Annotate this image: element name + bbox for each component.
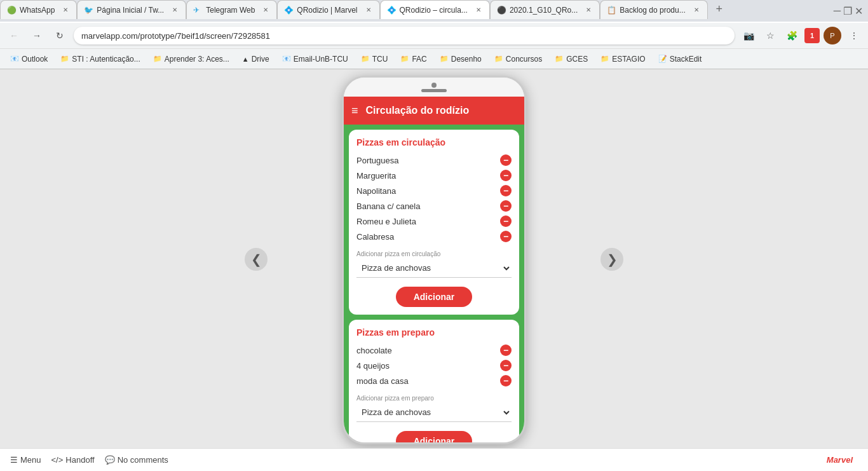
bookmark-star-icon[interactable]: ☆ <box>761 27 779 44</box>
menu-icon: ☰ <box>10 455 18 465</box>
tab-close-btn[interactable]: ✕ <box>584 6 593 15</box>
profile-avatar[interactable]: P <box>824 27 841 44</box>
list-item: Napolitana <box>356 183 512 198</box>
bookmark-label: Email-UnB-TCU <box>294 55 348 64</box>
remove-romeu-button[interactable] <box>500 215 512 227</box>
tab-close-btn[interactable]: ✕ <box>61 6 70 15</box>
stackedit-icon: 📝 <box>658 55 667 63</box>
list-item: Banana c/ canela <box>356 198 512 214</box>
new-tab-button[interactable]: + <box>710 0 728 18</box>
remove-banana-button[interactable] <box>500 200 512 212</box>
bookmark-label: Drive <box>252 55 269 64</box>
puzzle-icon[interactable]: 🧩 <box>783 27 801 44</box>
phone-camera <box>431 83 437 88</box>
circulation-card-title: Pizzas em circulação <box>356 137 512 147</box>
add-preparation-button[interactable]: Adicionar <box>396 431 473 442</box>
list-item: Romeu e Julieta <box>356 214 512 229</box>
bookmark-label: StackEdit <box>670 55 702 64</box>
bookmark-drive[interactable]: ▲ Drive <box>237 53 275 65</box>
tab-label: QRodizio – circula... <box>400 6 468 15</box>
tab-telegram[interactable]: ✈ Telegram Web ✕ <box>186 0 277 19</box>
add-preparation-btn-container: Adicionar <box>356 431 512 442</box>
circulation-dropdown-select[interactable]: Pizza de anchovas Pizza de frango Pizza … <box>356 259 512 278</box>
more-options-icon[interactable]: ⋮ <box>845 27 863 44</box>
tab-marvel1[interactable]: 💠 QRodizio | Marvel ✕ <box>277 0 379 19</box>
menu-button[interactable]: ☰ Menu <box>10 455 41 465</box>
list-item: Portuguesa <box>356 153 512 168</box>
app-body: Pizzas em circulação Portuguesa Margueri… <box>344 125 524 442</box>
outlook-icon: 📧 <box>10 55 19 63</box>
browser-chrome: 🟢 WhatsApp ✕ 🐦 Página Inicial / Tw... ✕ … <box>0 0 868 69</box>
handoff-button[interactable]: </> Handoff <box>51 455 95 465</box>
right-arrow-button[interactable]: ❯ <box>600 248 623 271</box>
restore-button[interactable]: ❐ <box>843 5 852 17</box>
bookmark-desenho[interactable]: 📁 Desenho <box>435 53 487 65</box>
email-icon: 📧 <box>282 55 291 63</box>
bookmark-aprender[interactable]: 📁 Aprender 3: Aces... <box>148 53 234 65</box>
bookmark-label: GCES <box>566 55 588 64</box>
back-button[interactable]: ← <box>5 27 23 44</box>
marvel-active-favicon-icon: 💠 <box>387 6 396 15</box>
tab-twitter[interactable]: 🐦 Página Inicial / Tw... ✕ <box>77 0 186 19</box>
circulation-card: Pizzas em circulação Portuguesa Margueri… <box>349 130 519 315</box>
bookmark-concursos[interactable]: 📁 Concursos <box>489 53 547 65</box>
list-item: moda da casa <box>356 373 512 388</box>
forward-button[interactable]: → <box>28 27 46 44</box>
add-circulation-dropdown-container: Adicionar pizza em circulação Pizza de a… <box>356 250 512 278</box>
preparation-card: Pizzas em preparo chocolate 4 queijos mo… <box>349 320 519 442</box>
tab-label: Telegram Web <box>206 6 255 15</box>
bookmark-label: STI : Autenticação... <box>72 55 140 64</box>
remove-modacasa-button[interactable] <box>500 375 512 386</box>
remove-napolitana-button[interactable] <box>500 185 512 196</box>
remove-marguerita-button[interactable] <box>500 170 512 181</box>
close-button[interactable]: ✕ <box>855 5 863 17</box>
remove-portuguesa-button[interactable] <box>500 154 512 166</box>
comments-button[interactable]: 💬 No comments <box>105 455 168 465</box>
bookmark-estagio[interactable]: 📁 ESTAGIO <box>595 53 650 65</box>
tab-close-btn[interactable]: ✕ <box>364 6 373 15</box>
tab-close-btn[interactable]: ✕ <box>261 6 270 15</box>
whatsapp-favicon-icon: 🟢 <box>7 6 16 15</box>
marvel-logo: Marvel <box>827 455 858 465</box>
twitter-favicon-icon: 🐦 <box>84 6 93 15</box>
bookmark-label: Concursos <box>506 55 542 64</box>
preparation-dropdown-select[interactable]: Pizza de anchovas Pizza de frango Pizza … <box>356 403 512 422</box>
list-item: Marguerita <box>356 168 512 183</box>
folder-icon: 📁 <box>600 55 609 63</box>
remove-chocolate-button[interactable] <box>500 345 512 356</box>
bookmark-outlook[interactable]: 📧 Outlook <box>5 53 53 65</box>
bookmark-fac[interactable]: 📁 FAC <box>395 53 431 65</box>
preparation-dropdown-label: Adicionar pizza em preparo <box>356 395 512 402</box>
screenshot-icon[interactable]: 📷 <box>740 27 757 44</box>
bookmark-stackedit[interactable]: 📝 StackEdit <box>653 53 707 65</box>
tab-whatsapp[interactable]: 🟢 WhatsApp ✕ <box>0 0 77 19</box>
page-content: ❮ ❯ ≡ Circulação do rodízio Pizzas em ci… <box>0 69 868 449</box>
tab-label: WhatsApp <box>20 6 55 15</box>
chevron-right-icon: ❯ <box>607 252 618 267</box>
pizza-name: Calabresa <box>356 232 394 242</box>
tab-close-btn[interactable]: ✕ <box>474 6 483 15</box>
tab-backlog[interactable]: 📋 Backlog do produ... ✕ <box>600 0 707 19</box>
bottom-bar: ☰ Menu </> Handoff 💬 No comments Marvel <box>0 448 868 471</box>
tab-close-btn[interactable]: ✕ <box>692 6 701 15</box>
tab-label: Backlog do produ... <box>620 6 685 15</box>
minimize-button[interactable]: ─ <box>834 5 841 17</box>
toolbar-icons: 📷 ☆ 🧩 1 P ⋮ <box>740 27 863 44</box>
address-input[interactable] <box>74 27 735 44</box>
tab-marvel2-active[interactable]: 💠 QRodizio – circula... ✕ <box>380 0 490 19</box>
left-arrow-button[interactable]: ❮ <box>245 248 268 271</box>
remove-calabresa-button[interactable] <box>500 231 512 242</box>
bookmark-sti[interactable]: 📁 STI : Autenticação... <box>55 53 145 65</box>
tab-github[interactable]: ⚫ 2020.1_G10_QRo... ✕ <box>490 0 600 19</box>
bookmark-email[interactable]: 📧 Email-UnB-TCU <box>277 53 353 65</box>
extension-badge-icon: 1 <box>804 28 820 43</box>
reload-button[interactable]: ↻ <box>51 27 69 44</box>
tab-close-btn[interactable]: ✕ <box>170 6 179 15</box>
hamburger-menu-icon[interactable]: ≡ <box>351 104 358 118</box>
backlog-favicon-icon: 📋 <box>607 6 616 15</box>
add-circulation-button[interactable]: Adicionar <box>396 287 473 307</box>
remove-4queijos-button[interactable] <box>500 360 512 371</box>
pizza-name: moda da casa <box>356 376 409 386</box>
bookmark-gces[interactable]: 📁 GCES <box>550 53 593 65</box>
bookmark-tcu[interactable]: 📁 TCU <box>356 53 393 65</box>
